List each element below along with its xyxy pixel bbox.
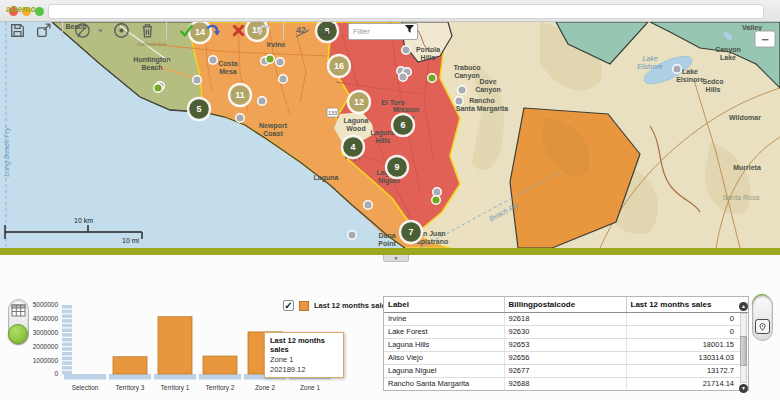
map-point-gray[interactable] (236, 114, 245, 123)
map-cluster-marker[interactable]: 12 (348, 91, 370, 113)
apply-button[interactable] (175, 19, 197, 41)
browser-address-bar[interactable] (48, 4, 764, 19)
map-label: Laguna (314, 174, 339, 182)
toolbar-separator (62, 21, 63, 39)
data-table: LabelBillingpostalcodeLast 12 months sal… (384, 297, 748, 391)
map-point-gray[interactable] (276, 58, 285, 67)
map-cluster-marker[interactable]: 16 (328, 55, 350, 77)
x-axis-label: Territory 1 (161, 384, 190, 392)
map-label: CostaMesa (218, 60, 238, 75)
chart-bar[interactable] (203, 356, 237, 374)
map-point-gray[interactable] (364, 201, 373, 210)
table-row[interactable]: Laguna Hills9265318001.15 (384, 338, 748, 351)
draw-tool-button[interactable] (71, 19, 93, 41)
export-button[interactable] (32, 19, 54, 41)
map-point-gray[interactable] (673, 65, 682, 74)
map-label: Irvine (267, 41, 286, 48)
table-row[interactable]: Aliso Viejo92656130314.03 (384, 351, 748, 364)
export-icon (35, 22, 52, 39)
panel-collapse-tab[interactable]: ▼ (383, 255, 409, 262)
svg-text:7: 7 (408, 227, 413, 237)
dropdown-caret-icon[interactable] (97, 22, 104, 39)
table-column-header[interactable]: Label (384, 297, 504, 312)
map-point-gray[interactable] (433, 188, 442, 197)
map-label: DanaPoint (378, 232, 396, 247)
map-point-gray[interactable] (455, 97, 464, 106)
save-button[interactable] (6, 19, 28, 41)
map-cluster-marker[interactable]: 11 (229, 84, 251, 106)
tooltip-series: Zone 1 (270, 355, 338, 364)
map-point-gray[interactable] (209, 56, 218, 65)
collapse-chart-button[interactable] (318, 19, 340, 41)
cross-icon (230, 22, 247, 39)
filter-funnel-icon[interactable] (404, 24, 415, 34)
label-toggle-icon: 42 (294, 22, 312, 39)
svg-text:11: 11 (235, 90, 245, 100)
table-row[interactable]: Lake Forest926300 (384, 325, 748, 338)
map-pin-button[interactable] (755, 319, 770, 334)
svg-text:4: 4 (350, 142, 355, 152)
table-row[interactable]: Irvine926180 (384, 312, 748, 325)
legend-label: Last 12 months sales (314, 301, 390, 310)
chart-bar[interactable] (158, 317, 192, 374)
window-zoom-icon[interactable] (35, 7, 44, 16)
map-label: Wildomar (729, 114, 761, 121)
shrink-arrows-icon (321, 22, 337, 39)
cancel-button[interactable] (227, 19, 249, 41)
app-window: 133 BeachHuntingtonBeachCostaMesaIrvineN… (0, 0, 780, 400)
map-canvas[interactable]: 133 BeachHuntingtonBeachCostaMesaIrvineN… (0, 22, 780, 248)
tooltip-title: Last 12 months sales (270, 336, 338, 354)
table-scrollbar-thumb[interactable] (740, 336, 747, 366)
map-label: Long Beach Fry (3, 127, 11, 177)
y-axis-tick: 1000000 (33, 357, 59, 364)
x-axis-label: Territory 3 (116, 384, 145, 392)
map-point-gray[interactable] (279, 75, 288, 84)
table-row[interactable]: Rancho Santa Margarita9268821714.14 (384, 377, 748, 390)
target-icon (113, 22, 130, 39)
map-point-gray[interactable] (258, 97, 267, 106)
map-point-green[interactable] (266, 55, 275, 64)
zoom-out-button[interactable]: − (755, 31, 775, 47)
map-label: El Toro (381, 99, 405, 106)
panel-toolbar: 42 (6, 18, 418, 42)
undo-button-disabled[interactable] (253, 19, 275, 41)
y-axis-tick: 3000000 (33, 329, 59, 336)
check-icon (178, 22, 195, 39)
map-point-gray[interactable] (402, 46, 411, 55)
map-point-green[interactable] (428, 74, 437, 83)
select-target-button[interactable] (110, 19, 132, 41)
table-column-header[interactable]: Billingpostalcode (504, 297, 626, 312)
legend-checkbox[interactable]: ✓ (283, 300, 294, 311)
svg-text:5: 5 (196, 104, 201, 114)
scroll-down-icon[interactable]: ▼ (739, 384, 748, 393)
save-icon (9, 22, 26, 39)
table-cell: 92656 (504, 351, 626, 364)
table-row[interactable]: Laguna Niguel9267713172.7 (384, 364, 748, 377)
map-point-gray[interactable] (193, 76, 202, 85)
chart-bar[interactable] (113, 357, 147, 374)
tooltip-value: 202189.12 (270, 365, 338, 374)
toggle-labels-button[interactable]: 42 (292, 19, 314, 41)
table-column-header[interactable]: Last 12 months sales (626, 297, 748, 312)
map-point-green[interactable] (154, 84, 163, 93)
map-cluster-marker[interactable]: 4 (342, 136, 364, 158)
map-cluster-marker[interactable]: 9 (386, 156, 408, 178)
map-point-gray[interactable] (348, 231, 357, 240)
map-cluster-marker[interactable]: 5 (188, 98, 210, 120)
delete-button[interactable] (136, 19, 158, 41)
map-point-green[interactable] (432, 196, 441, 205)
x-axis-label: Territory 2 (206, 384, 235, 392)
table-map-toggle[interactable] (752, 295, 773, 341)
scroll-up-icon[interactable]: ▲ (739, 302, 748, 311)
redo-arrow-icon (204, 22, 221, 39)
x-axis-label: Selection (72, 384, 99, 391)
map-cluster-marker[interactable]: 7 (400, 221, 422, 243)
map-point-gray[interactable] (458, 86, 467, 95)
svg-text:42: 42 (296, 24, 306, 34)
table-cell: Irvine (384, 312, 504, 325)
map-point-gray[interactable] (399, 73, 408, 82)
svg-text:133: 133 (328, 110, 337, 116)
redo-button[interactable] (201, 19, 223, 41)
map-cluster-marker[interactable]: 6 (392, 114, 414, 136)
y-axis-tick: 0 (54, 370, 58, 377)
